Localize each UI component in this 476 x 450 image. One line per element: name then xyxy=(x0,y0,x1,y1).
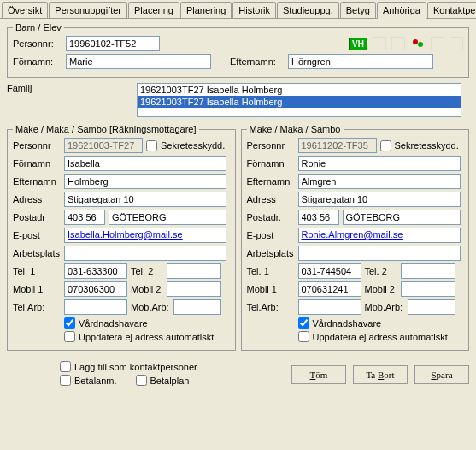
l-postadr-label: Postadr xyxy=(13,212,61,222)
tab-personuppgifter[interactable]: Personuppgifter xyxy=(49,2,127,18)
r-personnr-label: Personnr xyxy=(247,140,295,151)
barn-elev-group: Barn / Elev Personnr: VH Förnamn: Eftern… xyxy=(7,22,469,78)
l-tel1-input[interactable] xyxy=(64,263,127,279)
r-fornamn-input[interactable] xyxy=(298,156,461,171)
r-efternamn-input[interactable] xyxy=(298,174,461,189)
betalplan-check[interactable] xyxy=(136,375,147,386)
tom-button[interactable]: Töm xyxy=(291,365,346,384)
toolbar-icon-1[interactable] xyxy=(373,37,386,50)
familj-listbox[interactable]: 19621003TF27 Isabella Holmberg 19621003T… xyxy=(137,83,461,117)
tab-bar: Översikt Personuppgifter Placering Plane… xyxy=(0,0,476,19)
r-efternamn-label: Efternamn xyxy=(247,176,295,187)
familj-item-2[interactable]: 19621003TF27 Isabella Holmberg xyxy=(138,96,461,108)
r-mobil2-input[interactable] xyxy=(401,281,455,297)
left-legend: Make / Maka / Sambo [Räkningsmottagare] xyxy=(13,124,199,134)
personnr-input[interactable] xyxy=(66,36,160,51)
l-fornamn-input[interactable] xyxy=(64,156,226,171)
svg-point-0 xyxy=(413,39,418,44)
r-epost-label: E-post xyxy=(247,230,295,240)
r-vardnad-label: Vårdnadshavare xyxy=(313,318,382,329)
l-tel1-label: Tel. 1 xyxy=(13,266,61,276)
tab-anhoriga[interactable]: Anhöriga xyxy=(377,2,426,19)
efternamn-input[interactable] xyxy=(288,54,433,69)
toolbar-icon-3[interactable] xyxy=(431,37,444,50)
tab-studieuppg[interactable]: Studieuppg. xyxy=(277,2,339,18)
tab-betyg[interactable]: Betyg xyxy=(340,2,376,18)
r-mobil2-label: Mobil 2 xyxy=(365,284,397,294)
r-telarb-input[interactable] xyxy=(298,299,361,315)
r-postadr-label: Postadr. xyxy=(247,212,295,222)
betalplan-label: Betalplan xyxy=(150,376,190,386)
l-ort-input[interactable] xyxy=(109,210,226,225)
tab-kontaktpersoner[interactable]: Kontaktpersoner xyxy=(427,2,476,18)
toolbar-icon-2[interactable] xyxy=(391,37,405,50)
r-arbetsplats-label: Arbetsplats xyxy=(247,248,295,258)
l-adress-input[interactable] xyxy=(64,192,226,207)
r-telarb-label: Tel.Arb: xyxy=(247,302,295,312)
spara-button[interactable]: Spara xyxy=(414,365,469,384)
r-uppdatera-check[interactable] xyxy=(298,331,309,342)
fornamn-input[interactable] xyxy=(66,54,211,69)
l-epost-link[interactable]: Isabella.Holmberg@mail.se xyxy=(68,229,183,240)
vh-badge: VH xyxy=(349,38,367,50)
r-postnr-input[interactable] xyxy=(298,210,339,225)
left-spouse-group: Make / Maka / Sambo [Räkningsmottagare] … xyxy=(7,124,236,351)
l-arbetsplats-label: Arbetsplats xyxy=(13,248,61,258)
r-epost-link[interactable]: Ronie.Almgren@mail.se xyxy=(302,229,403,240)
right-spouse-group: Make / Maka / Sambo Personnr Sekretessky… xyxy=(241,124,470,351)
l-uppdatera-label: Uppdatera ej adress automatiskt xyxy=(79,332,214,342)
toolbar-icon-4[interactable] xyxy=(450,37,463,50)
lagg-till-label: Lägg till som kontaktpersoner xyxy=(74,362,197,372)
tab-planering[interactable]: Planering xyxy=(180,2,232,18)
r-mobarb-label: Mob.Arb: xyxy=(365,302,404,312)
l-mobil1-label: Mobil 1 xyxy=(13,284,61,294)
r-adress-label: Adress xyxy=(247,194,295,204)
l-epost-label: E-post xyxy=(13,230,61,240)
r-uppdatera-label: Uppdatera ej adress automatiskt xyxy=(313,332,448,342)
l-efternamn-label: Efternamn xyxy=(13,176,61,187)
betalanm-check[interactable] xyxy=(60,375,71,386)
pin-icon[interactable] xyxy=(410,37,426,50)
r-tel1-input[interactable] xyxy=(298,263,361,279)
l-mobil2-input[interactable] xyxy=(167,281,221,297)
r-arbetsplats-input[interactable] xyxy=(298,246,461,261)
r-tel2-label: Tel. 2 xyxy=(365,266,397,276)
l-mobarb-input[interactable] xyxy=(173,299,221,315)
r-personnr-input xyxy=(298,138,377,153)
lagg-till-check[interactable] xyxy=(60,361,71,372)
l-mobarb-label: Mob.Arb: xyxy=(131,302,170,312)
familj-item-1[interactable]: 19621003TF27 Isabella Holmberg xyxy=(138,84,461,96)
r-vardnad-check[interactable] xyxy=(298,317,309,329)
tab-historik[interactable]: Historik xyxy=(232,2,276,18)
r-mobil1-input[interactable] xyxy=(298,281,361,297)
personnr-label: Personnr: xyxy=(13,38,62,49)
right-legend: Make / Maka / Sambo xyxy=(247,124,344,134)
r-mobarb-input[interactable] xyxy=(408,299,455,315)
l-fornamn-label: Förnamn xyxy=(13,158,61,169)
r-mobil1-label: Mobil 1 xyxy=(247,284,295,294)
l-arbetsplats-input[interactable] xyxy=(64,246,226,261)
l-sekretess-check[interactable] xyxy=(146,140,157,151)
r-sekretess-label: Sekretesskydd. xyxy=(395,140,459,151)
betalanm-label: Betalanm. xyxy=(74,376,117,386)
barn-elev-legend: Barn / Elev xyxy=(13,22,64,33)
r-tel2-input[interactable] xyxy=(401,263,455,279)
fornamn-label: Förnamn: xyxy=(13,56,62,67)
l-uppdatera-check[interactable] xyxy=(64,331,75,342)
tab-oversikt[interactable]: Översikt xyxy=(2,2,48,18)
r-adress-input[interactable] xyxy=(298,192,461,207)
efternamn-label: Efternamn: xyxy=(230,56,285,67)
l-postnr-input[interactable] xyxy=(64,210,105,225)
l-telarb-label: Tel.Arb: xyxy=(13,302,61,312)
l-tel2-input[interactable] xyxy=(167,263,221,279)
tab-placering[interactable]: Placering xyxy=(128,2,179,18)
l-mobil1-input[interactable] xyxy=(64,281,127,297)
r-sekretess-check[interactable] xyxy=(380,140,391,151)
l-efternamn-input[interactable] xyxy=(64,174,226,189)
tabort-button[interactable]: Ta Bort xyxy=(353,365,408,384)
l-vardnad-check[interactable] xyxy=(64,317,75,329)
l-telarb-input[interactable] xyxy=(64,299,127,315)
r-ort-input[interactable] xyxy=(343,210,461,225)
l-personnr-label: Personnr xyxy=(13,140,61,151)
r-tel1-label: Tel. 1 xyxy=(247,266,295,276)
